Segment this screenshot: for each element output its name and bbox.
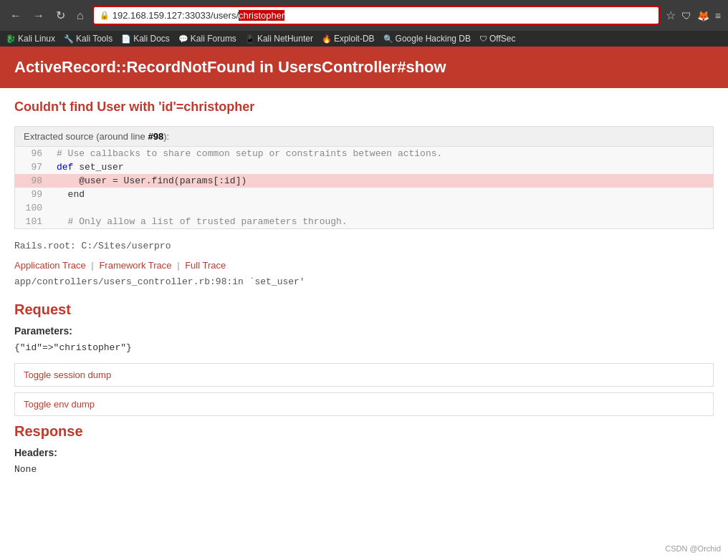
line-number: 96 [15,148,51,159]
bookmark-kali-linux[interactable]: 🐉 Kali Linux [6,34,55,44]
bookmark-nethunter[interactable]: 📱 Kali NetHunter [245,34,313,44]
response-section-title: Response [14,423,714,440]
google-hacking-icon: 🔍 [383,34,393,44]
bookmark-label: Kali Docs [133,34,170,44]
line-number: 101 [15,216,51,227]
bookmark-star-button[interactable]: ☆ [666,9,676,22]
code-line-96: 96 # Use callbacks to share common setup… [15,147,713,160]
params-value: {"id"=>"christopher"} [14,342,714,353]
code-block: 96 # Use callbacks to share common setup… [15,147,713,228]
rails-root: Rails.root: C:/Sites/userpro [14,241,714,251]
line-code: def set_user [51,162,130,173]
request-section-title: Request [14,301,714,318]
full-trace-link[interactable]: Full Trace [185,260,226,271]
home-button[interactable]: ⌂ [74,8,87,24]
bookmarks-bar: 🐉 Kali Linux 🔧 Kali Tools 📄 Kali Docs 💬 … [0,31,728,47]
exploit-db-icon: 🔥 [322,34,332,44]
bookmark-label: Google Hacking DB [396,34,471,44]
source-label: Extracted source (around line [24,131,148,142]
bookmark-label: Exploit-DB [334,34,375,44]
line-code [51,203,62,213]
line-code: # Only allow a list of trusted parameter… [51,216,353,227]
kali-tools-icon: 🔧 [64,34,74,44]
error-message: Couldn't find User with 'id'=christopher [14,100,714,115]
bookmark-label: OffSec [489,34,515,44]
toggle-env-button[interactable]: Toggle env dump [14,392,714,416]
headers-value: None [14,464,714,475]
bookmark-google-hacking[interactable]: 🔍 Google Hacking DB [383,34,471,44]
address-bar[interactable]: 🔒 192.168.159.127:33033/users/christophe… [92,6,660,25]
line-number: 99 [15,189,51,200]
bookmark-kali-forums[interactable]: 💬 Kali Forums [178,34,236,44]
bookmark-label: Kali Linux [18,34,55,44]
application-trace-link[interactable]: Application Trace [14,260,86,271]
bookmark-exploit-db[interactable]: 🔥 Exploit-DB [322,34,375,44]
params-label-text: Parameters [14,325,69,337]
trace-sep-2: | [177,260,179,271]
error-title: ActiveRecord::RecordNotFound in UsersCon… [14,58,714,77]
bookmark-offsec[interactable]: 🛡 OffSec [479,34,515,44]
bookmark-kali-docs[interactable]: 📄 Kali Docs [121,34,170,44]
kali-docs-icon: 📄 [121,34,131,44]
source-box-header: Extracted source (around line #98): [15,127,713,147]
url-highlighted: christopher [239,10,284,21]
menu-icon[interactable]: ≡ [715,10,721,21]
kali-linux-icon: 🐉 [6,34,16,44]
code-line-101: 101 # Only allow a list of trusted param… [15,215,713,228]
forward-button[interactable]: → [30,8,47,24]
nethunter-icon: 📱 [245,34,255,44]
kali-forums-icon: 💬 [178,34,188,44]
source-line-num: #98 [148,131,163,142]
address-text: 192.168.159.127:33033/users/christopher [112,10,653,21]
code-line-100: 100 [15,201,713,215]
line-code: # Use callbacks to share common setup or… [51,148,448,159]
bookmark-kali-tools[interactable]: 🔧 Kali Tools [64,34,112,44]
trace-path: app/controllers/users_controller.rb:98:i… [14,276,714,287]
source-box: Extracted source (around line #98): 96 #… [14,126,714,229]
trace-links: Application Trace | Framework Trace | Fu… [14,260,714,271]
headers-label-text: Headers [14,447,54,458]
line-number: 98 [15,175,51,186]
browser-chrome: ← → ↻ ⌂ 🔒 192.168.159.127:33033/users/ch… [0,0,728,31]
bookmark-label: Kali Forums [191,34,236,44]
line-number: 100 [15,203,51,213]
offsec-icon: 🛡 [479,34,487,43]
code-line-99: 99 end [15,188,713,201]
toggle-session-button[interactable]: Toggle session dump [14,363,714,387]
trace-sep-1: | [91,260,93,271]
framework-trace-link[interactable]: Framework Trace [99,260,171,271]
code-line-98: 98 @user = User.find(params[:id]) [15,174,713,188]
bookmark-label: Kali NetHunter [257,34,313,44]
browser-icons: 🛡 🦊 ≡ [681,10,721,21]
source-suffix: ): [163,131,169,142]
line-code: @user = User.find(params[:id]) [51,175,252,186]
profile-icon: 🦊 [697,10,709,21]
code-line-97: 97 def set_user [15,160,713,174]
line-code: end [51,189,90,200]
reload-button[interactable]: ↻ [53,7,68,24]
lock-icon: 🔒 [100,11,110,20]
url-before: 192.168.159.127:33033/users/ [112,10,239,21]
bookmark-label: Kali Tools [76,34,112,44]
params-label: Parameters: [14,325,714,337]
shield-icon: 🛡 [681,10,691,21]
headers-label: Headers: [14,447,714,458]
line-number: 97 [15,162,51,173]
error-body: Couldn't find User with 'id'=christopher… [0,88,728,496]
error-header: ActiveRecord::RecordNotFound in UsersCon… [0,47,728,88]
back-button[interactable]: ← [7,8,24,24]
